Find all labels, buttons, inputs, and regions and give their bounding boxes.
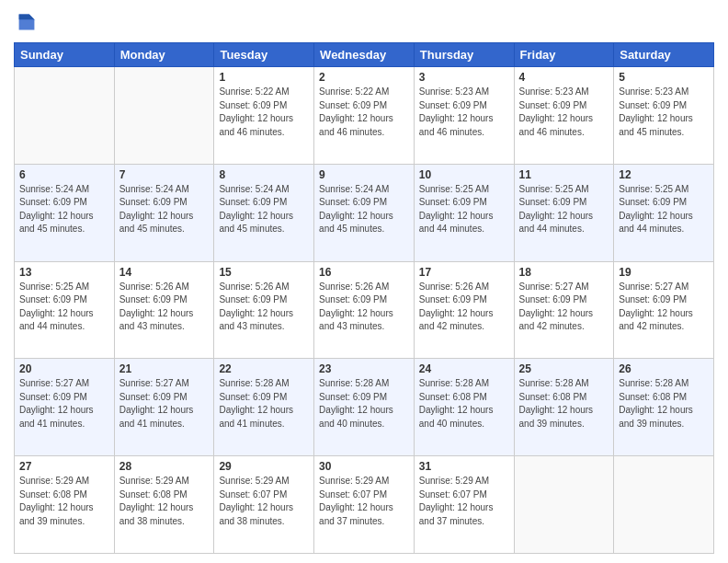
cell-info: Sunrise: 5:23 AMSunset: 6:09 PMDaylight:…: [419, 86, 509, 139]
calendar-cell: 20Sunrise: 5:27 AMSunset: 6:09 PMDayligh…: [15, 359, 115, 456]
calendar-cell: 13Sunrise: 5:25 AMSunset: 6:09 PMDayligh…: [15, 261, 115, 359]
cell-info: Sunrise: 5:25 AMSunset: 6:09 PMDaylight:…: [419, 183, 509, 236]
cell-info: Sunrise: 5:29 AMSunset: 6:07 PMDaylight:…: [319, 475, 409, 528]
day-number: 30: [319, 460, 409, 473]
day-number: 12: [619, 168, 709, 181]
calendar-cell: 19Sunrise: 5:27 AMSunset: 6:09 PMDayligh…: [614, 261, 714, 359]
cell-info: Sunrise: 5:27 AMSunset: 6:09 PMDaylight:…: [519, 281, 609, 334]
day-number: 5: [619, 71, 709, 84]
cell-info: Sunrise: 5:22 AMSunset: 6:09 PMDaylight:…: [219, 86, 309, 139]
cell-info: Sunrise: 5:24 AMSunset: 6:09 PMDaylight:…: [219, 183, 309, 236]
day-number: 14: [119, 266, 210, 279]
day-number: 27: [19, 460, 109, 473]
day-number: 4: [519, 71, 609, 84]
page: SundayMondayTuesdayWednesdayThursdayFrid…: [0, 0, 728, 563]
cell-info: Sunrise: 5:28 AMSunset: 6:08 PMDaylight:…: [619, 377, 709, 431]
col-header-friday: Friday: [514, 43, 614, 67]
calendar-cell: [15, 67, 115, 165]
cell-info: Sunrise: 5:26 AMSunset: 6:09 PMDaylight:…: [219, 281, 309, 334]
day-number: 31: [419, 460, 509, 473]
cell-info: Sunrise: 5:29 AMSunset: 6:07 PMDaylight:…: [419, 475, 509, 528]
day-number: 8: [219, 168, 309, 181]
day-number: 17: [419, 266, 509, 279]
calendar-cell: 9Sunrise: 5:24 AMSunset: 6:09 PMDaylight…: [314, 164, 415, 261]
day-number: 22: [219, 362, 309, 375]
col-header-thursday: Thursday: [414, 43, 514, 67]
calendar-cell: 5Sunrise: 5:23 AMSunset: 6:09 PMDaylight…: [614, 67, 714, 165]
day-number: 20: [19, 362, 109, 375]
calendar-table: SundayMondayTuesdayWednesdayThursdayFrid…: [14, 42, 714, 554]
cell-info: Sunrise: 5:26 AMSunset: 6:09 PMDaylight:…: [419, 281, 509, 334]
cell-info: Sunrise: 5:23 AMSunset: 6:09 PMDaylight:…: [519, 86, 609, 139]
day-number: 3: [419, 71, 509, 84]
cell-info: Sunrise: 5:29 AMSunset: 6:08 PMDaylight:…: [19, 475, 109, 528]
calendar-cell: 18Sunrise: 5:27 AMSunset: 6:09 PMDayligh…: [514, 261, 614, 359]
week-row-5: 27Sunrise: 5:29 AMSunset: 6:08 PMDayligh…: [15, 456, 714, 554]
calendar-cell: 27Sunrise: 5:29 AMSunset: 6:08 PMDayligh…: [15, 456, 115, 554]
calendar-cell: 31Sunrise: 5:29 AMSunset: 6:07 PMDayligh…: [414, 456, 514, 554]
header: [14, 9, 714, 35]
calendar-cell: 24Sunrise: 5:28 AMSunset: 6:08 PMDayligh…: [414, 359, 514, 456]
day-number: 16: [319, 266, 409, 279]
calendar-cell: 29Sunrise: 5:29 AMSunset: 6:07 PMDayligh…: [214, 456, 314, 554]
cell-info: Sunrise: 5:26 AMSunset: 6:09 PMDaylight:…: [319, 281, 409, 334]
calendar-cell: 22Sunrise: 5:28 AMSunset: 6:09 PMDayligh…: [214, 359, 314, 456]
calendar-cell: 11Sunrise: 5:25 AMSunset: 6:09 PMDayligh…: [514, 164, 614, 261]
day-number: 19: [619, 266, 709, 279]
calendar-cell: 26Sunrise: 5:28 AMSunset: 6:08 PMDayligh…: [614, 359, 714, 456]
day-number: 13: [19, 266, 109, 279]
col-header-tuesday: Tuesday: [214, 43, 314, 67]
day-number: 21: [119, 362, 210, 375]
cell-info: Sunrise: 5:23 AMSunset: 6:09 PMDaylight:…: [619, 86, 709, 139]
col-header-sunday: Sunday: [15, 43, 115, 67]
cell-info: Sunrise: 5:25 AMSunset: 6:09 PMDaylight:…: [519, 183, 609, 236]
day-number: 18: [519, 266, 609, 279]
cell-info: Sunrise: 5:28 AMSunset: 6:08 PMDaylight:…: [519, 377, 609, 431]
col-header-saturday: Saturday: [614, 43, 714, 67]
week-row-3: 13Sunrise: 5:25 AMSunset: 6:09 PMDayligh…: [15, 261, 714, 359]
day-number: 7: [119, 168, 210, 181]
calendar-cell: 1Sunrise: 5:22 AMSunset: 6:09 PMDaylight…: [214, 67, 314, 165]
week-row-2: 6Sunrise: 5:24 AMSunset: 6:09 PMDaylight…: [15, 164, 714, 261]
cell-info: Sunrise: 5:24 AMSunset: 6:09 PMDaylight:…: [319, 183, 409, 236]
cell-info: Sunrise: 5:27 AMSunset: 6:09 PMDaylight:…: [19, 377, 109, 431]
calendar-cell: 8Sunrise: 5:24 AMSunset: 6:09 PMDaylight…: [214, 164, 314, 261]
calendar-cell: 28Sunrise: 5:29 AMSunset: 6:08 PMDayligh…: [114, 456, 214, 554]
calendar-cell: 10Sunrise: 5:25 AMSunset: 6:09 PMDayligh…: [414, 164, 514, 261]
day-number: 25: [519, 362, 609, 375]
calendar-cell: 16Sunrise: 5:26 AMSunset: 6:09 PMDayligh…: [314, 261, 415, 359]
cell-info: Sunrise: 5:28 AMSunset: 6:09 PMDaylight:…: [319, 377, 409, 431]
calendar-cell: 30Sunrise: 5:29 AMSunset: 6:07 PMDayligh…: [314, 456, 415, 554]
cell-info: Sunrise: 5:25 AMSunset: 6:09 PMDaylight:…: [19, 281, 109, 334]
calendar-cell: 6Sunrise: 5:24 AMSunset: 6:09 PMDaylight…: [15, 164, 115, 261]
day-number: 15: [219, 266, 309, 279]
calendar-cell: 21Sunrise: 5:27 AMSunset: 6:09 PMDayligh…: [114, 359, 214, 456]
day-number: 26: [619, 362, 709, 375]
cell-info: Sunrise: 5:28 AMSunset: 6:09 PMDaylight:…: [219, 377, 309, 431]
day-number: 11: [519, 168, 609, 181]
calendar-cell: 14Sunrise: 5:26 AMSunset: 6:09 PMDayligh…: [114, 261, 214, 359]
calendar-cell: [114, 67, 214, 165]
calendar-cell: [514, 456, 614, 554]
cell-info: Sunrise: 5:26 AMSunset: 6:09 PMDaylight:…: [119, 281, 210, 334]
col-header-wednesday: Wednesday: [314, 43, 415, 67]
day-number: 23: [319, 362, 409, 375]
cell-info: Sunrise: 5:24 AMSunset: 6:09 PMDaylight:…: [119, 183, 210, 236]
logo: [14, 9, 43, 35]
logo-icon: [14, 9, 40, 35]
calendar-cell: 3Sunrise: 5:23 AMSunset: 6:09 PMDaylight…: [414, 67, 514, 165]
calendar-cell: 12Sunrise: 5:25 AMSunset: 6:09 PMDayligh…: [614, 164, 714, 261]
cell-info: Sunrise: 5:27 AMSunset: 6:09 PMDaylight:…: [119, 377, 210, 431]
calendar-cell: 4Sunrise: 5:23 AMSunset: 6:09 PMDaylight…: [514, 67, 614, 165]
day-number: 6: [19, 168, 109, 181]
cell-info: Sunrise: 5:25 AMSunset: 6:09 PMDaylight:…: [619, 183, 709, 236]
day-number: 9: [319, 168, 409, 181]
day-number: 2: [319, 71, 409, 84]
cell-info: Sunrise: 5:28 AMSunset: 6:08 PMDaylight:…: [419, 377, 509, 431]
day-number: 28: [119, 460, 210, 473]
calendar-cell: 17Sunrise: 5:26 AMSunset: 6:09 PMDayligh…: [414, 261, 514, 359]
day-number: 24: [419, 362, 509, 375]
calendar-cell: 15Sunrise: 5:26 AMSunset: 6:09 PMDayligh…: [214, 261, 314, 359]
calendar-cell: 23Sunrise: 5:28 AMSunset: 6:09 PMDayligh…: [314, 359, 415, 456]
svg-marker-2: [19, 15, 35, 20]
